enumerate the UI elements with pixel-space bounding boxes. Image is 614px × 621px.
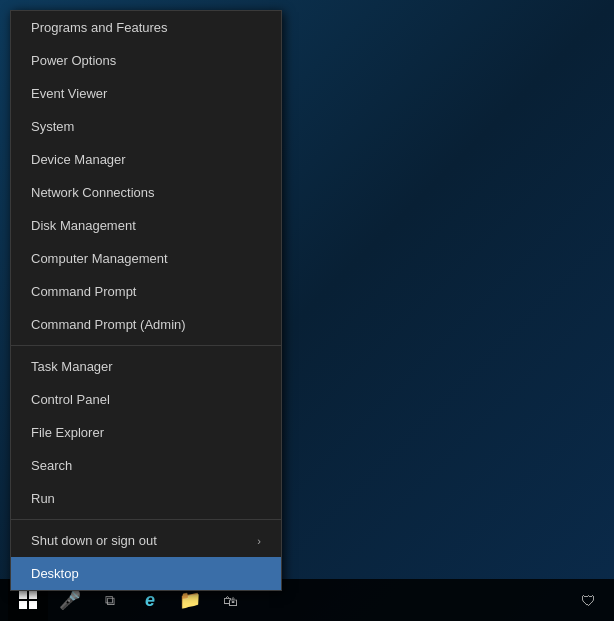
menu-item-label-event-viewer: Event Viewer (31, 86, 107, 101)
menu-item-programs-features[interactable]: Programs and Features (11, 11, 281, 44)
menu-item-command-prompt[interactable]: Command Prompt (11, 275, 281, 308)
menu-item-run[interactable]: Run (11, 482, 281, 515)
menu-item-label-run: Run (31, 491, 55, 506)
taskbar-right: 🛡 (570, 582, 606, 618)
menu-item-label-control-panel: Control Panel (31, 392, 110, 407)
desktop: Programs and FeaturesPower OptionsEvent … (0, 0, 614, 621)
menu-item-network-connections[interactable]: Network Connections (11, 176, 281, 209)
menu-item-desktop[interactable]: Desktop (11, 557, 281, 590)
menu-item-disk-management[interactable]: Disk Management (11, 209, 281, 242)
menu-item-power-options[interactable]: Power Options (11, 44, 281, 77)
system-tray[interactable]: 🛡 (570, 582, 606, 618)
menu-item-label-command-prompt-admin: Command Prompt (Admin) (31, 317, 186, 332)
menu-item-event-viewer[interactable]: Event Viewer (11, 77, 281, 110)
menu-item-label-shut-down-sign-out: Shut down or sign out (31, 533, 157, 548)
menu-item-computer-management[interactable]: Computer Management (11, 242, 281, 275)
menu-separator (11, 519, 281, 520)
store-icon: 🛍 (223, 592, 238, 609)
menu-item-device-manager[interactable]: Device Manager (11, 143, 281, 176)
shield-icon: 🛡 (581, 592, 596, 609)
menu-item-label-command-prompt: Command Prompt (31, 284, 136, 299)
folder-icon: 📁 (179, 589, 201, 611)
menu-item-label-search: Search (31, 458, 72, 473)
menu-item-control-panel[interactable]: Control Panel (11, 383, 281, 416)
menu-item-system[interactable]: System (11, 110, 281, 143)
menu-item-label-task-manager: Task Manager (31, 359, 113, 374)
context-menu: Programs and FeaturesPower OptionsEvent … (10, 10, 282, 591)
menu-item-shut-down-sign-out[interactable]: Shut down or sign out› (11, 524, 281, 557)
menu-item-command-prompt-admin[interactable]: Command Prompt (Admin) (11, 308, 281, 341)
menu-item-task-manager[interactable]: Task Manager (11, 350, 281, 383)
menu-item-label-network-connections: Network Connections (31, 185, 155, 200)
menu-item-label-desktop: Desktop (31, 566, 79, 581)
menu-item-file-explorer[interactable]: File Explorer (11, 416, 281, 449)
edge-icon: e (145, 590, 155, 611)
menu-item-label-disk-management: Disk Management (31, 218, 136, 233)
menu-item-label-file-explorer: File Explorer (31, 425, 104, 440)
menu-item-label-power-options: Power Options (31, 53, 116, 68)
microphone-icon: 🎤 (59, 589, 81, 611)
windows-logo-icon (19, 591, 37, 609)
menu-item-label-device-manager: Device Manager (31, 152, 126, 167)
menu-item-search[interactable]: Search (11, 449, 281, 482)
menu-item-label-system: System (31, 119, 74, 134)
menu-separator (11, 345, 281, 346)
task-view-icon: ⧉ (105, 592, 115, 609)
chevron-right-icon: › (257, 535, 261, 547)
menu-item-label-computer-management: Computer Management (31, 251, 168, 266)
menu-item-label-programs-features: Programs and Features (31, 20, 168, 35)
